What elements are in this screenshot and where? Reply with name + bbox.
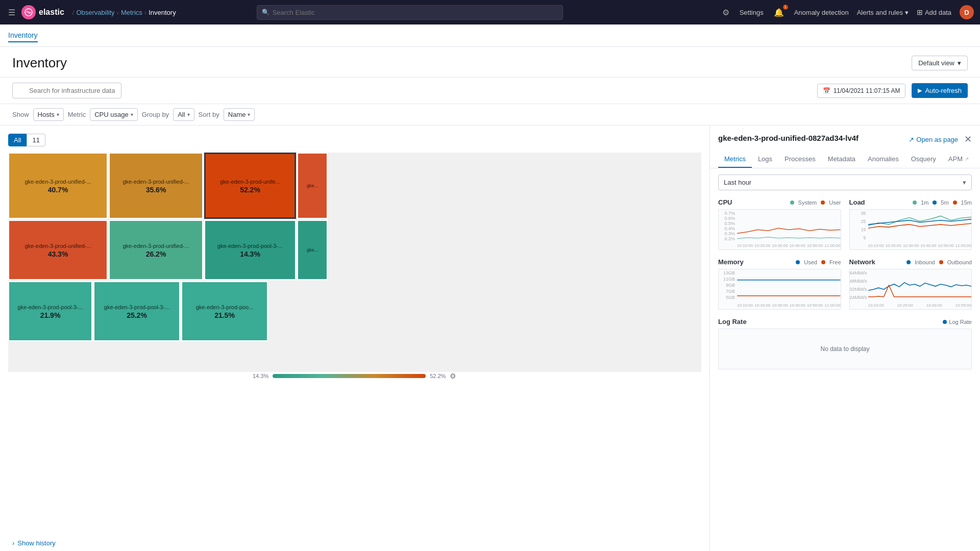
network-header: Network Inbound Outbound [849,258,972,266]
detail-tab-apm[interactable]: APM ↗ [942,151,975,168]
metric-label: Metric [68,111,86,118]
load-chart: 35 25 15 5 [849,209,972,250]
memory-y-labels: 13GB 11GB 9GB 7GB 5GB [719,269,737,301]
detail-tab-metadata[interactable]: Metadata [822,151,862,168]
network-chart: 64Mbit/s 48Mbit/s 32Mbit/s 24Mbit/s [849,269,972,310]
hosts-filter-button[interactable]: Hosts ▾ [33,108,64,121]
show-history-btn[interactable]: › Show history [12,539,56,547]
memory-title: Memory [718,258,744,266]
breadcrumb-observability[interactable]: Observability [76,9,114,16]
treemap-cell-9[interactable]: gke-eden-3-prod-pool-3-... 25.2% [93,281,180,341]
treemap-tab-count[interactable]: 11 [27,134,45,146]
external-link-icon: ↗ [909,136,914,143]
page-header: Inventory Default view ▾ [0,47,980,78]
load-15m-dot [953,201,957,205]
breadcrumb-metrics[interactable]: Metrics [121,9,142,16]
log-rate-title: Log Rate [718,318,747,325]
nav-item-inventory[interactable]: Inventory [8,29,38,42]
nav-search-input[interactable] [257,5,563,20]
settings-icon[interactable]: ⚙ [450,372,456,380]
treemap-tab-all[interactable]: All [8,134,27,146]
memory-used-dot [796,260,800,264]
time-range-select[interactable]: Last hour ▾ [718,174,972,190]
group-by-label: Group by [142,111,169,118]
elastic-logo[interactable] [21,5,36,19]
load-y-labels: 35 25 15 5 [850,210,868,241]
detail-tab-anomalies[interactable]: Anomalies [862,151,905,168]
treemap-cell-7[interactable]: gke... [297,220,328,280]
detail-panel: gke-eden-3-prod-unified-0827ad34-lv4f ↗ … [709,126,980,551]
help-icon[interactable]: ⚙ [720,6,731,19]
settings-btn[interactable]: Settings [740,9,764,16]
detail-header: gke-eden-3-prod-unified-0827ad34-lv4f ↗ … [710,126,980,168]
cpu-x-labels: 10:10:00 10:20:00 10:30:00 10:40:00 10:5… [737,241,841,249]
nav-right-actions: ⚙ Settings 🔔1 Anomaly detection Alerts a… [720,5,974,19]
notification-icon[interactable]: 🔔1 [772,6,786,19]
load-x-labels: 10:10:00 10:20:00 10:30:00 10:40:00 10:5… [868,241,972,249]
add-data-btn[interactable]: ⊞ Add data [917,8,951,16]
treemap-cell-2[interactable]: gke-eden-3-prod-unife... 52.2% [204,153,296,219]
log-rate-section: Log Rate Log Rate No data to display [718,318,972,369]
apm-external-icon: ↗ [965,156,969,162]
toolbar: 🔍 📅 11/04/2021 11:07:15 AM ▶ Auto-refres… [0,78,980,104]
load-chart-area [868,210,972,241]
treemap-cell-5[interactable]: gke-eden-3-prod-unified-... 26.2% [109,220,203,280]
hamburger-icon[interactable]: ☰ [6,6,17,19]
date-picker-button[interactable]: 📅 11/04/2021 11:07:15 AM [817,84,906,98]
auto-refresh-button[interactable]: ▶ Auto-refresh [912,83,968,98]
time-range-chevron: ▾ [963,179,966,186]
default-view-button[interactable]: Default view ▾ [912,56,968,70]
user-avatar[interactable]: D [960,5,974,19]
breadcrumb-inventory[interactable]: Inventory [149,9,176,16]
treemap-cell-4[interactable]: gke-eden-3-prod-unified-... 43.3% [8,220,108,280]
log-rate-dot [943,320,947,324]
treemap-cell-0[interactable]: gke-eden-3-prod-unified-... 40.7% [8,153,108,219]
memory-sparkline [737,269,841,301]
detail-tabs: Metrics Logs Processes Metadata Anomalie… [718,151,972,168]
toolbar-search-wrap: 🔍 [12,83,811,98]
hosts-chevron-icon: ▾ [57,112,59,117]
anomaly-detection-btn[interactable]: Anomaly detection [794,9,849,16]
detail-tab-osquery[interactable]: Osquery [905,151,942,168]
chevron-right-icon: › [12,539,14,547]
sort-by-filter-button[interactable]: Name ▾ [224,108,255,121]
detail-tab-logs[interactable]: Logs [752,151,778,168]
memory-section: Memory Used Free 13GB 11GB 9GB [718,258,841,310]
network-chart-area [868,269,972,301]
load-section: Load 1m 5m 15m 35 25 [849,198,972,250]
secondary-nav: Inventory [0,24,980,47]
show-label: Show [12,111,29,118]
treemap-container: gke-eden-3-prod-unified-... 40.7% gke-ed… [8,153,701,372]
detail-tab-metrics[interactable]: Metrics [718,151,752,168]
network-section: Network Inbound Outbound 64Mbit/s 48Mbit… [849,258,972,310]
metric-filter-button[interactable]: CPU usage ▾ [90,108,137,121]
top-nav: ☰ elastic / Observability › Metrics › In… [0,0,980,24]
memory-free-dot [821,260,825,264]
sort-chevron-icon: ▾ [248,112,250,117]
treemap-cell-10[interactable]: gke-eden-3-prod-poo... 21.5% [181,281,268,341]
treemap-area: All 11 gke-eden-3-prod-unified-... 40.7%… [0,126,709,551]
close-panel-btn[interactable]: ✕ [964,134,972,145]
cpu-chart-area [737,210,841,241]
detail-tab-processes[interactable]: Processes [778,151,822,168]
group-by-filter-button[interactable]: All ▾ [173,108,194,121]
detail-tab-uptime[interactable]: Uptime ↗ [975,151,980,168]
treemap-cell-8[interactable]: gke-eden-3-prod-pool-3-... 21.9% [8,281,92,341]
treemap-cell-3[interactable]: gke... [297,153,328,219]
alerts-rules-btn[interactable]: Alerts and rules ▾ [857,9,909,16]
treemap-tabs: All 11 [8,134,701,146]
cpu-system-dot [790,201,794,205]
infrastructure-search-input[interactable] [12,83,121,98]
cpu-user-dot [821,201,825,205]
breadcrumb: / Observability › Metrics › Inventory [72,9,176,16]
open-as-page-btn[interactable]: ↗ Open as page [909,136,958,143]
log-rate-legend: Log Rate [943,319,972,325]
load-1m-dot [913,201,917,205]
page-title: Inventory [12,55,67,71]
load-5m-dot [933,201,937,205]
add-data-icon: ⊞ [917,8,923,16]
treemap-cell-6[interactable]: gke-eden-3-prod-pool-3-... 14.3% [204,220,296,280]
play-icon: ▶ [918,87,922,94]
filter-row: Show Hosts ▾ Metric CPU usage ▾ Group by… [0,104,980,126]
treemap-cell-1[interactable]: gke-eden-3-prod-unified-... 35.6% [109,153,203,219]
